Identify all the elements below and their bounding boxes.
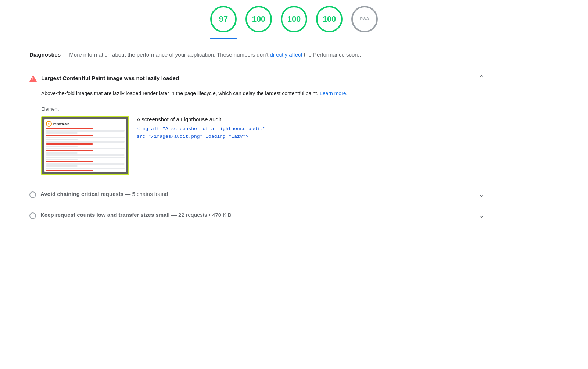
chevron-down-icon-2[interactable]: ⌄ — [478, 212, 485, 219]
directly-affect-link[interactable]: directly affect — [270, 51, 302, 58]
element-info: A screenshot of a Lighthouse audit <img … — [137, 116, 485, 141]
diagnostics-label: Diagnostics — [29, 51, 61, 58]
audit-lcp-description: Above-the-fold images that are lazily lo… — [41, 89, 485, 97]
audit-chaining-title: Avoid chaining critical requests — 5 cha… — [40, 191, 473, 197]
audit-lcp-title: Largest Contentful Paint image was not l… — [41, 74, 473, 82]
circle-icon-2 — [29, 212, 36, 219]
audit-requests-item: Keep request counts low and transfer siz… — [29, 205, 485, 226]
audit-lcp-header[interactable]: Largest Contentful Paint image was not l… — [29, 67, 485, 89]
score-accessibility[interactable]: 100 — [245, 6, 272, 32]
chevron-down-icon-1[interactable]: ⌄ — [478, 191, 485, 198]
audit-chaining-header[interactable]: Avoid chaining critical requests — 5 cha… — [29, 184, 485, 205]
main-content: Diagnostics — More information about the… — [0, 40, 514, 226]
score-best-practices[interactable]: 100 — [281, 6, 307, 32]
element-name: A screenshot of a Lighthouse audit — [137, 116, 485, 122]
lh-mini-preview: 73 Performance — [42, 117, 128, 174]
diagnostics-header: Diagnostics — More information about the… — [29, 40, 485, 67]
element-label: Element — [41, 106, 485, 112]
learn-more-link[interactable]: Learn more — [320, 90, 346, 96]
score-seo[interactable]: 100 — [316, 6, 343, 32]
score-pwa[interactable]: PWA — [351, 6, 378, 32]
audit-lcp-item: Largest Contentful Paint image was not l… — [29, 67, 485, 184]
audit-requests-title: Keep request counts low and transfer siz… — [40, 212, 473, 218]
warning-icon — [29, 75, 37, 82]
element-row: 73 Performance — [41, 116, 485, 175]
audit-chaining-item: Avoid chaining critical requests — 5 cha… — [29, 184, 485, 205]
chevron-up-icon[interactable]: ⌃ — [478, 74, 485, 82]
audit-lcp-body: Above-the-fold images that are lazily lo… — [29, 89, 485, 184]
score-performance[interactable]: 97 — [210, 6, 237, 32]
audit-requests-header[interactable]: Keep request counts low and transfer siz… — [29, 205, 485, 226]
element-thumbnail: 73 Performance — [41, 116, 129, 175]
element-code: <img alt="A screenshot of a Lighthouse a… — [137, 125, 485, 141]
score-bar: 97 100 100 100 PWA — [0, 0, 588, 32]
circle-icon-1 — [29, 191, 36, 198]
